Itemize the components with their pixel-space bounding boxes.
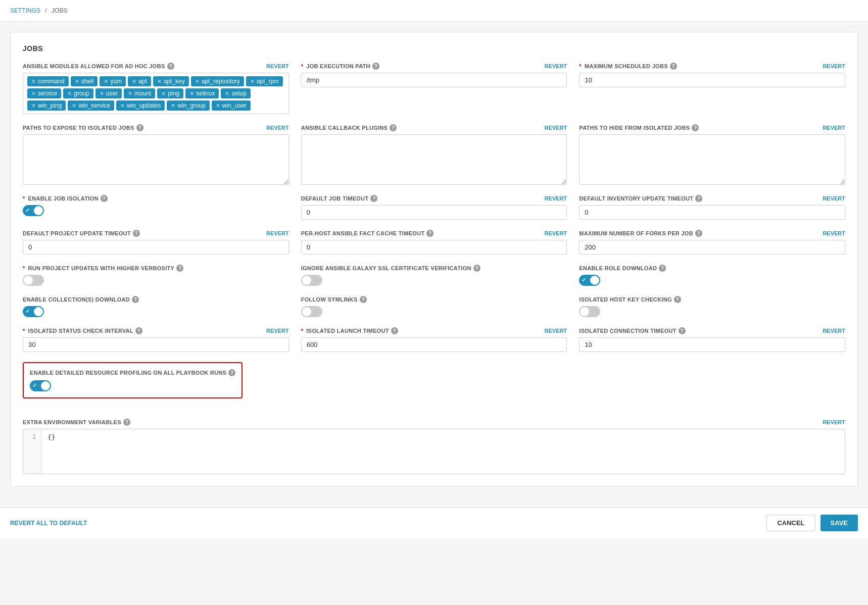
tag-item[interactable]: ✕ apt [128, 76, 151, 86]
extra-env-variables-help-icon[interactable]: ? [123, 419, 130, 426]
tag-remove-icon[interactable]: ✕ [171, 103, 175, 109]
tag-remove-icon[interactable]: ✕ [225, 90, 229, 97]
job-execution-path-revert-button[interactable]: REVERT [545, 63, 567, 69]
ignore-galaxy-ssl-help-icon[interactable]: ? [473, 265, 480, 272]
tag-item[interactable]: ✕ command [27, 76, 69, 86]
ansible-modules-revert-button[interactable]: REVERT [266, 63, 289, 69]
tag-item[interactable]: ✕ apt_repository [191, 76, 244, 86]
tag-item[interactable]: ✕ apt_key [153, 76, 189, 86]
isolated-launch-timeout-revert-button[interactable]: REVERT [545, 328, 567, 334]
tag-item[interactable]: ✕ win_updates [116, 100, 165, 111]
run-project-updates-verbosity-toggle[interactable] [23, 275, 44, 286]
enable-role-download-toggle[interactable]: ✓ [579, 275, 600, 286]
breadcrumb-settings[interactable]: SETTINGS [10, 7, 40, 14]
tag-item[interactable]: ✕ win_ping [27, 100, 66, 111]
default-job-timeout-revert-button[interactable]: REVERT [545, 195, 567, 201]
tag-item[interactable]: ✕ win_service [68, 100, 114, 111]
max-forks-help-icon[interactable]: ? [695, 230, 702, 237]
isolated-status-check-interval-input[interactable] [23, 337, 289, 352]
tag-remove-icon[interactable]: ✕ [132, 78, 136, 85]
enable-collections-download-toggle[interactable]: ✓ [23, 306, 44, 317]
isolated-connection-timeout-help-icon[interactable]: ? [679, 327, 686, 334]
default-job-timeout-input[interactable] [301, 205, 567, 220]
tag-remove-icon[interactable]: ✕ [31, 90, 36, 97]
isolated-launch-timeout-input[interactable] [301, 337, 567, 352]
default-project-update-timeout-input[interactable] [23, 240, 289, 255]
cancel-button[interactable]: CANCEL [766, 515, 815, 531]
ansible-modules-help-icon[interactable]: ? [167, 63, 174, 70]
follow-symlinks-help-icon[interactable]: ? [360, 296, 367, 303]
tag-item[interactable]: ✕ group [63, 88, 93, 98]
revert-all-button[interactable]: REVERT ALL TO DEFAULT [10, 520, 87, 527]
ansible-modules-tags[interactable]: ✕ command✕ shell✕ yum✕ apt✕ apt_key✕ apt… [23, 73, 289, 114]
max-scheduled-jobs-revert-button[interactable]: REVERT [823, 63, 845, 69]
extra-env-variables-revert-button[interactable]: REVERT [823, 419, 845, 425]
enable-job-isolation-toggle[interactable]: ✓ [23, 205, 44, 216]
paths-hide-input[interactable] [579, 134, 845, 185]
default-job-timeout-help-icon[interactable]: ? [370, 195, 377, 202]
isolated-connection-timeout-revert-button[interactable]: REVERT [823, 328, 845, 334]
max-forks-input[interactable] [579, 240, 845, 255]
per-host-fact-cache-timeout-help-icon[interactable]: ? [426, 230, 433, 237]
tag-remove-icon[interactable]: ✕ [161, 90, 166, 97]
paths-expose-revert-button[interactable]: REVERT [266, 125, 289, 131]
max-scheduled-jobs-input[interactable] [579, 73, 845, 87]
job-execution-path-input[interactable] [301, 73, 567, 87]
tag-remove-icon[interactable]: ✕ [67, 90, 72, 97]
paths-expose-input[interactable] [23, 134, 289, 185]
enable-collections-download-help-icon[interactable]: ? [132, 296, 139, 303]
tag-item[interactable]: ✕ setup [221, 88, 250, 98]
tag-remove-icon[interactable]: ✕ [100, 90, 104, 97]
tag-remove-icon[interactable]: ✕ [31, 78, 36, 85]
isolated-host-key-checking-help-icon[interactable]: ? [674, 296, 681, 303]
tag-remove-icon[interactable]: ✕ [216, 103, 220, 109]
tag-remove-icon[interactable]: ✕ [195, 78, 200, 85]
tag-item[interactable]: ✕ apt_rpm [246, 76, 283, 86]
tag-item[interactable]: ✕ service [27, 88, 61, 98]
tag-item[interactable]: ✕ win_group [167, 100, 209, 111]
isolated-status-check-interval-revert-button[interactable]: REVERT [266, 328, 289, 334]
tag-item[interactable]: ✕ yum [100, 76, 126, 86]
tag-remove-icon[interactable]: ✕ [72, 103, 76, 109]
ansible-callback-input[interactable] [301, 134, 567, 185]
paths-expose-help-icon[interactable]: ? [136, 124, 143, 131]
enable-detailed-profiling-toggle[interactable]: ✓ [30, 380, 51, 391]
isolated-host-key-checking-toggle[interactable] [579, 306, 600, 317]
default-inventory-update-timeout-revert-button[interactable]: REVERT [823, 195, 845, 201]
run-project-updates-verbosity-help-icon[interactable]: ? [176, 265, 183, 272]
max-forks-revert-button[interactable]: REVERT [823, 230, 845, 236]
enable-detailed-profiling-help-icon[interactable]: ? [228, 369, 235, 376]
tag-item[interactable]: ✕ shell [71, 76, 98, 86]
max-scheduled-jobs-help-icon[interactable]: ? [670, 63, 677, 70]
code-content[interactable]: {} [41, 429, 845, 474]
ansible-callback-revert-button[interactable]: REVERT [545, 125, 567, 131]
tag-remove-icon[interactable]: ✕ [128, 90, 132, 97]
default-project-update-timeout-revert-button[interactable]: REVERT [266, 230, 289, 236]
tag-remove-icon[interactable]: ✕ [104, 78, 108, 85]
per-host-fact-cache-timeout-input[interactable] [301, 240, 567, 255]
tag-remove-icon[interactable]: ✕ [75, 78, 79, 85]
default-inventory-update-timeout-help-icon[interactable]: ? [695, 195, 702, 202]
ansible-callback-help-icon[interactable]: ? [390, 124, 397, 131]
default-inventory-update-timeout-input[interactable] [579, 205, 845, 220]
tag-item[interactable]: ✕ mount [124, 88, 155, 98]
isolated-status-check-interval-help-icon[interactable]: ? [135, 327, 142, 334]
tag-item[interactable]: ✕ user [95, 88, 122, 98]
tag-item[interactable]: ✕ selinux [185, 88, 219, 98]
tag-remove-icon[interactable]: ✕ [189, 90, 194, 97]
isolated-launch-timeout-help-icon[interactable]: ? [391, 327, 398, 334]
isolated-connection-timeout-input[interactable] [579, 337, 845, 352]
job-execution-path-help-icon[interactable]: ? [372, 63, 379, 70]
tag-remove-icon[interactable]: ✕ [120, 103, 125, 109]
enable-job-isolation-help-icon[interactable]: ? [101, 195, 108, 202]
save-button[interactable]: SAVE [821, 515, 858, 531]
tag-item[interactable]: ✕ ping [157, 88, 183, 98]
follow-symlinks-toggle[interactable] [301, 306, 322, 317]
ignore-galaxy-ssl-toggle[interactable] [301, 275, 322, 286]
tag-remove-icon[interactable]: ✕ [31, 103, 36, 109]
paths-hide-revert-button[interactable]: REVERT [823, 125, 845, 131]
tag-item[interactable]: ✕ win_user [212, 100, 251, 111]
tag-remove-icon[interactable]: ✕ [250, 78, 255, 85]
extra-env-variables-editor[interactable]: 1 {} [23, 429, 845, 474]
paths-hide-help-icon[interactable]: ? [692, 124, 699, 131]
